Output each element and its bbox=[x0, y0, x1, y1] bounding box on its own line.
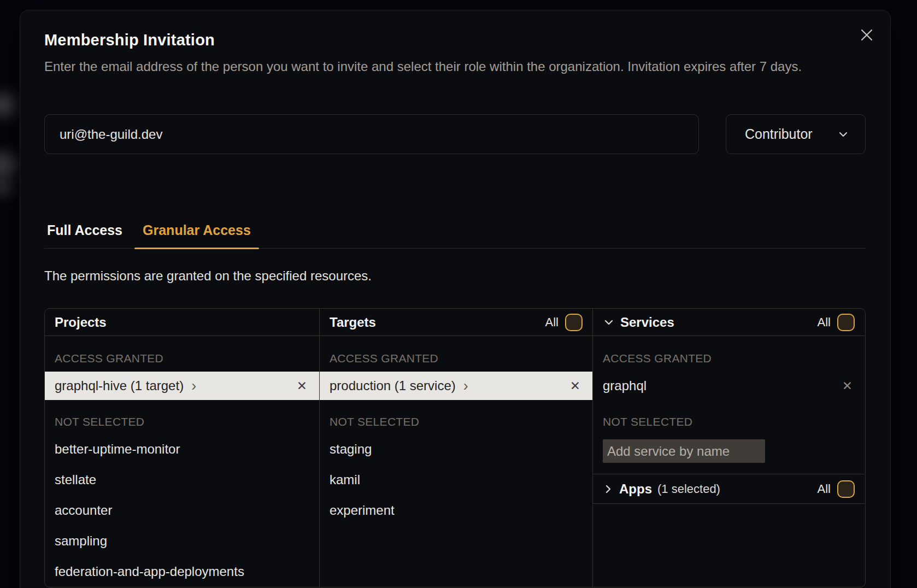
selected-target-row[interactable]: production (1 service) › ✕ bbox=[320, 372, 592, 400]
permissions-note: The permissions are granted on the speci… bbox=[44, 268, 372, 284]
targets-column: Targets All ACCESS GRANTED production (1… bbox=[320, 309, 593, 587]
tab-full-access[interactable]: Full Access bbox=[44, 217, 126, 248]
not-selected-label: NOT SELECTED bbox=[330, 415, 583, 427]
resources-table: Projects ACCESS GRANTED graphql-hive (1 … bbox=[44, 308, 866, 587]
services-header[interactable]: Services All bbox=[593, 309, 865, 336]
targets-all-label: All bbox=[545, 315, 559, 330]
add-service-input[interactable] bbox=[603, 439, 765, 463]
apps-all-checkbox[interactable] bbox=[837, 480, 855, 498]
selected-target-label: production (1 service) bbox=[330, 378, 456, 393]
target-option[interactable]: staging bbox=[320, 434, 592, 464]
access-granted-label: ACCESS GRANTED bbox=[603, 352, 855, 364]
remove-service-button[interactable]: ✕ bbox=[842, 380, 853, 392]
services-all-label: All bbox=[818, 315, 831, 330]
targets-all-checkbox[interactable] bbox=[565, 314, 583, 331]
selected-service-label: graphql bbox=[603, 378, 646, 393]
role-select-value: Contributor bbox=[745, 126, 813, 142]
project-option[interactable]: sampling bbox=[45, 526, 319, 556]
email-input[interactable] bbox=[44, 114, 699, 154]
chevron-down-icon[interactable] bbox=[603, 316, 615, 328]
target-option[interactable]: kamil bbox=[320, 464, 592, 495]
targets-title: Targets bbox=[330, 315, 376, 330]
close-icon bbox=[860, 28, 874, 42]
access-granted-label: ACCESS GRANTED bbox=[330, 352, 583, 364]
dialog-description: Enter the email address of the person yo… bbox=[44, 56, 866, 77]
project-option[interactable]: better-uptime-monitor bbox=[45, 434, 319, 464]
tab-granular-access[interactable]: Granular Access bbox=[134, 217, 259, 248]
apps-title: Apps bbox=[619, 481, 652, 497]
project-option[interactable]: federation-and-app-deployments bbox=[45, 556, 319, 587]
access-granted-label: ACCESS GRANTED bbox=[55, 352, 309, 364]
backdrop-glow bbox=[0, 152, 19, 177]
apps-selected-count: (1 selected) bbox=[657, 482, 720, 496]
project-option[interactable]: stellate bbox=[45, 464, 319, 495]
role-select[interactable]: Contributor bbox=[726, 114, 866, 154]
project-option[interactable]: accounter bbox=[45, 495, 319, 526]
projects-title: Projects bbox=[55, 315, 107, 330]
not-selected-label: NOT SELECTED bbox=[603, 415, 855, 427]
chevron-right-icon: › bbox=[191, 379, 196, 393]
backdrop-glow bbox=[0, 179, 14, 196]
remove-target-button[interactable]: ✕ bbox=[570, 380, 580, 392]
membership-invitation-dialog: Membership Invitation Enter the email ad… bbox=[20, 10, 891, 588]
screen: Membership Invitation Enter the email ad… bbox=[0, 0, 917, 588]
chevron-right-icon bbox=[603, 484, 614, 495]
remove-project-button[interactable]: ✕ bbox=[297, 380, 307, 392]
target-option[interactable]: experiment bbox=[320, 495, 592, 526]
targets-list: staging kamil experiment bbox=[320, 434, 592, 526]
chevron-down-icon bbox=[837, 128, 850, 141]
projects-list: better-uptime-monitor stellate accounter… bbox=[45, 434, 319, 587]
services-column: Services All ACCESS GRANTED graphql ✕ NO… bbox=[593, 309, 865, 587]
selected-service-row: graphql ✕ bbox=[593, 372, 865, 400]
not-selected-label: NOT SELECTED bbox=[55, 415, 309, 427]
close-button[interactable] bbox=[857, 26, 876, 44]
projects-header: Projects bbox=[45, 309, 319, 336]
services-title: Services bbox=[620, 315, 674, 330]
chevron-right-icon: › bbox=[463, 379, 468, 393]
targets-header: Targets All bbox=[320, 309, 592, 336]
backdrop-glow bbox=[0, 94, 16, 116]
dialog-title: Membership Invitation bbox=[44, 31, 215, 49]
selected-project-row[interactable]: graphql-hive (1 target) › ✕ bbox=[45, 372, 319, 400]
selected-project-label: graphql-hive (1 target) bbox=[55, 378, 184, 393]
projects-column: Projects ACCESS GRANTED graphql-hive (1 … bbox=[45, 309, 320, 587]
access-tabs: Full Access Granular Access bbox=[44, 217, 866, 249]
apps-all-label: All bbox=[818, 482, 831, 496]
services-all-checkbox[interactable] bbox=[837, 314, 855, 331]
apps-section-row[interactable]: Apps (1 selected) All bbox=[593, 474, 865, 504]
